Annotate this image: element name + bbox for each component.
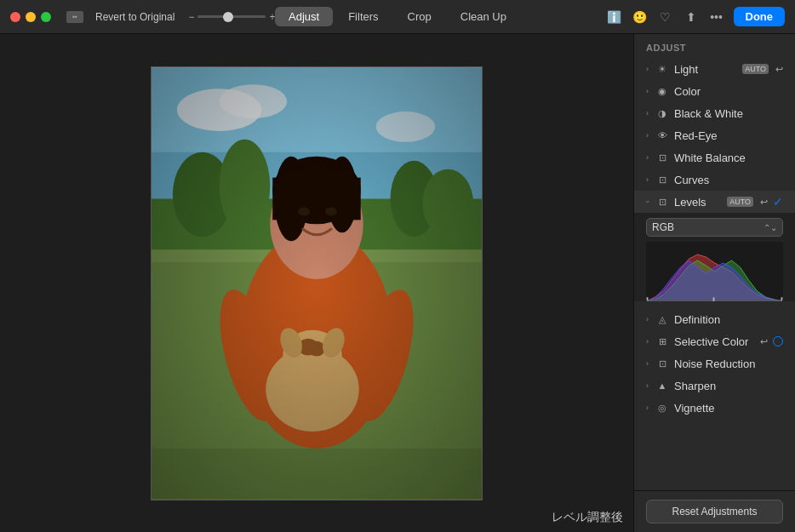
svg-rect-35 [781, 297, 783, 301]
blackwhite-label: Black & White [674, 107, 783, 120]
noisereduction-label: Noise Reduction [674, 358, 783, 370]
svg-rect-34 [713, 297, 715, 301]
selectivecolor-label: Selective Color [674, 335, 753, 348]
close-button[interactable] [10, 12, 20, 22]
selectivecolor-undo-icon[interactable]: ↩ [760, 336, 768, 347]
titlebar-right: ℹ️ 🙂 ♡ ⬆ ••• Done [606, 7, 786, 26]
reset-adjustments-button[interactable]: Reset Adjustments [646, 500, 783, 523]
chevron-right-icon: › [646, 337, 649, 346]
definition-icon: ◬ [655, 312, 669, 326]
main-content: レベル調整後 ADJUST › ☀ Light AUTO ↩ › ◉ Color… [0, 34, 795, 532]
vignette-label: Vignette [674, 402, 783, 415]
nav-filters[interactable]: Filters [335, 7, 392, 26]
adjust-item-whitebalance[interactable]: › ⊡ White Balance [634, 146, 795, 169]
noisereduction-icon: ⊡ [655, 357, 669, 370]
sharpen-label: Sharpen [674, 380, 783, 392]
adjust-item-noisereduction[interactable]: › ⊡ Noise Reduction [634, 352, 795, 375]
levels-badge: AUTO [727, 197, 753, 207]
titlebar: ▪▪ Revert to Original − + Adjust Filters… [0, 0, 795, 34]
done-button[interactable]: Done [734, 7, 786, 26]
chevron-right-icon: › [646, 87, 649, 95]
adjust-item-redeye[interactable]: › 👁 Red-Eye [634, 124, 795, 146]
adjust-item-selectivecolor[interactable]: › ⊞ Selective Color ↩ [634, 330, 795, 352]
adjust-item-levels[interactable]: › ⊡ Levels AUTO ↩ ✓ [634, 191, 795, 213]
chevron-right-icon: › [646, 315, 649, 323]
whitebalance-label: White Balance [674, 152, 783, 164]
heart-icon[interactable]: ♡ [657, 9, 674, 26]
svg-rect-33 [647, 297, 649, 301]
histogram-chart [646, 242, 783, 301]
chevron-right-icon: › [646, 403, 649, 412]
light-undo-icon[interactable]: ↩ [775, 64, 783, 75]
adjust-item-curves[interactable]: › ⊡ Curves [634, 169, 795, 191]
zoom-thumb[interactable] [223, 12, 233, 22]
adjust-item-vignette[interactable]: › ◎ Vignette [634, 397, 795, 419]
traffic-lights [10, 12, 51, 22]
adjust-item-light[interactable]: › ☀ Light AUTO ↩ [634, 58, 795, 80]
rgb-selector[interactable]: RGB ⌃⌄ [646, 218, 783, 237]
photo-area: レベル調整後 [0, 34, 633, 532]
curves-label: Curves [674, 174, 783, 186]
chevron-right-icon: › [646, 65, 649, 73]
zoom-slider-container: − + [188, 11, 275, 23]
svg-rect-30 [152, 67, 482, 499]
nav-crop[interactable]: Crop [394, 7, 445, 26]
sharpen-icon: ▲ [655, 379, 669, 392]
panel-header: ADJUST [634, 34, 795, 58]
right-panel: ADJUST › ☀ Light AUTO ↩ › ◉ Color › ◑ Bl… [633, 34, 795, 532]
chevron-right-icon: › [646, 175, 649, 184]
view-toggle[interactable]: ▪▪ [66, 11, 83, 23]
blackwhite-icon: ◑ [655, 106, 669, 120]
chevron-right-icon: › [646, 131, 649, 140]
photo-frame [151, 66, 483, 501]
levels-section: › ⊡ Levels AUTO ↩ ✓ RGB ⌃⌄ [634, 191, 795, 301]
rgb-chevron-icon: ⌃⌄ [764, 223, 777, 232]
light-badge: AUTO [742, 64, 769, 74]
panel-items: › ☀ Light AUTO ↩ › ◉ Color › ◑ Black & W… [634, 58, 795, 490]
vignette-icon: ◎ [655, 401, 669, 415]
panel-footer: Reset Adjustments [634, 490, 795, 532]
more-icon[interactable]: ••• [708, 9, 725, 26]
selectivecolor-circle-icon [773, 336, 783, 346]
light-label: Light [674, 63, 737, 76]
chevron-right-icon: › [646, 381, 649, 390]
levels-check-icon: ✓ [773, 195, 783, 209]
titlebar-nav: Adjust Filters Crop Clean Up [275, 7, 520, 26]
emoji-icon[interactable]: 🙂 [632, 9, 649, 26]
minimize-button[interactable] [26, 12, 36, 22]
selectivecolor-icon: ⊞ [655, 335, 669, 348]
chevron-right-icon: › [646, 109, 649, 117]
info-icon[interactable]: ℹ️ [606, 9, 623, 26]
share-icon[interactable]: ⬆ [683, 9, 700, 26]
chevron-right-icon: › [646, 359, 649, 368]
nav-adjust[interactable]: Adjust [275, 7, 333, 26]
chevron-right-icon: › [646, 153, 649, 162]
rgb-label: RGB [652, 221, 674, 233]
window-controls: ▪▪ [66, 11, 83, 23]
light-icon: ☀ [655, 62, 669, 76]
color-label: Color [674, 85, 783, 98]
adjust-item-definition[interactable]: › ◬ Definition [634, 308, 795, 330]
adjust-item-sharpen[interactable]: › ▲ Sharpen [634, 375, 795, 397]
zoom-minus[interactable]: − [188, 11, 194, 23]
redeye-label: Red-Eye [674, 129, 783, 142]
photo-image [152, 67, 482, 500]
zoom-track[interactable] [197, 15, 266, 18]
whitebalance-icon: ⊡ [655, 151, 669, 164]
color-icon: ◉ [655, 84, 669, 98]
levels-icon: ⊡ [655, 195, 669, 209]
histogram-container [646, 242, 783, 301]
photo-caption: レベル調整後 [552, 510, 623, 525]
redeye-icon: 👁 [655, 129, 669, 142]
chevron-down-icon: › [643, 201, 652, 203]
adjust-item-color[interactable]: › ◉ Color [634, 80, 795, 102]
levels-label: Levels [674, 196, 722, 209]
nav-cleanup[interactable]: Clean Up [447, 7, 520, 26]
curves-icon: ⊡ [655, 173, 669, 186]
revert-button[interactable]: Revert to Original [95, 11, 174, 23]
adjust-item-blackwhite[interactable]: › ◑ Black & White [634, 102, 795, 124]
definition-label: Definition [674, 313, 783, 326]
maximize-button[interactable] [41, 12, 51, 22]
levels-undo-icon[interactable]: ↩ [760, 197, 768, 208]
